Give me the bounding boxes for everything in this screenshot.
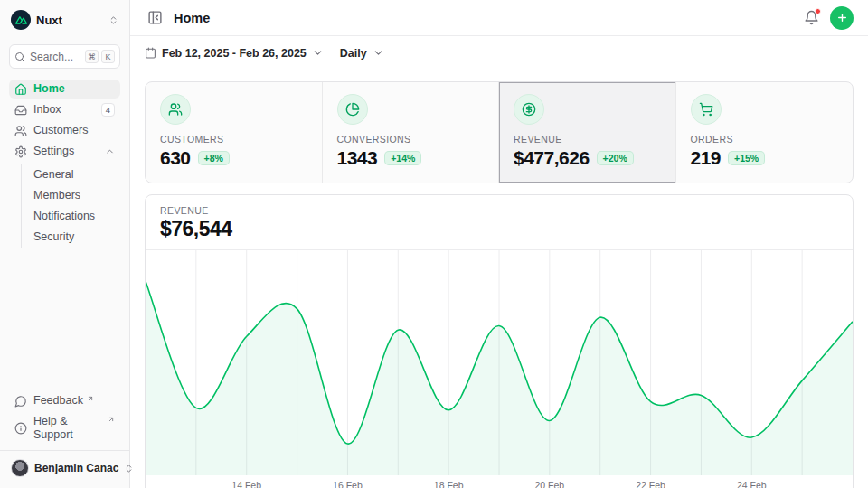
notification-dot bbox=[815, 8, 821, 14]
filter-toolbar: Feb 12, 2025 - Feb 26, 2025 Daily bbox=[130, 36, 868, 70]
stat-label: CONVERSIONS bbox=[337, 134, 485, 145]
date-range-label: Feb 12, 2025 - Feb 26, 2025 bbox=[162, 47, 307, 60]
stat-label: CUSTOMERS bbox=[160, 134, 307, 145]
workspace-name: Nuxt bbox=[36, 14, 62, 27]
stat-delta-badge: +20% bbox=[597, 151, 634, 166]
x-tick-label: 20 Feb bbox=[534, 480, 564, 488]
kbd-k: K bbox=[101, 50, 115, 63]
sidebar-footer: Feedback Help & Support bbox=[9, 391, 120, 450]
kbd-cmd: ⌘ bbox=[85, 50, 99, 63]
stat-card-orders[interactable]: ORDERS 219 +15% bbox=[676, 82, 854, 183]
users-icon bbox=[14, 125, 27, 137]
user-name: Benjamin Canac bbox=[34, 462, 118, 474]
sidebar-item-label: Home bbox=[33, 82, 65, 96]
stats-row: CUSTOMERS 630 +8% CONVERSIONS 1343 +14% bbox=[145, 81, 854, 183]
search-shortcut: ⌘ K bbox=[85, 50, 115, 63]
chart-canvas[interactable] bbox=[146, 250, 853, 475]
sidebar-item-members[interactable]: Members bbox=[32, 185, 120, 206]
x-tick-label: 22 Feb bbox=[636, 480, 665, 488]
dollar-circle-icon bbox=[514, 94, 544, 125]
users-icon bbox=[160, 94, 191, 125]
chevron-up-icon bbox=[105, 146, 115, 156]
sidebar-item-settings[interactable]: Settings bbox=[9, 142, 120, 161]
sidebar-item-security[interactable]: Security bbox=[32, 227, 120, 248]
sidebar-item-home[interactable]: Home bbox=[9, 80, 120, 99]
stat-label: ORDERS bbox=[691, 134, 839, 145]
sidebar: Nuxt Search... ⌘ K Home bbox=[0, 0, 130, 488]
search-icon bbox=[14, 52, 25, 62]
x-tick-label: 18 Feb bbox=[434, 480, 464, 488]
inbox-count-badge: 4 bbox=[101, 103, 115, 117]
revenue-area-chart[interactable] bbox=[146, 250, 853, 475]
add-button[interactable] bbox=[830, 6, 854, 30]
chart-header: REVENUE $76,544 bbox=[146, 195, 853, 250]
chevron-down-icon bbox=[312, 47, 324, 59]
main-area: Home Feb 12, 2025 - Feb 26, 2025 bbox=[130, 0, 868, 488]
stat-value: 219 bbox=[691, 147, 722, 169]
sidebar-item-notifications[interactable]: Notifications bbox=[32, 206, 120, 227]
stat-value: 1343 bbox=[337, 147, 378, 169]
gear-icon bbox=[14, 145, 27, 158]
period-select[interactable]: Daily bbox=[340, 47, 384, 60]
x-tick-label: 16 Feb bbox=[333, 480, 363, 488]
header: Home bbox=[130, 0, 868, 36]
collapse-sidebar-button[interactable] bbox=[145, 7, 165, 28]
period-label: Daily bbox=[340, 47, 367, 60]
feedback-link[interactable]: Feedback bbox=[9, 391, 120, 410]
chevrons-up-down-icon bbox=[108, 15, 118, 25]
cart-icon bbox=[691, 94, 722, 125]
help-support-link[interactable]: Help & Support bbox=[9, 412, 120, 445]
avatar bbox=[11, 459, 29, 477]
revenue-chart-card: REVENUE $76,544 14 Feb16 Feb18 Feb20 Feb… bbox=[145, 194, 854, 488]
x-tick-label: 14 Feb bbox=[231, 480, 261, 488]
stat-card-revenue[interactable]: REVENUE $477,626 +20% bbox=[499, 82, 676, 183]
chart-metric-label: REVENUE bbox=[160, 205, 838, 216]
sidebar-nav: Home Inbox 4 Customers Settings bbox=[9, 80, 120, 248]
nuxt-logo-icon bbox=[11, 10, 31, 30]
x-tick-label: 24 Feb bbox=[737, 480, 767, 488]
app-root: Nuxt Search... ⌘ K Home bbox=[0, 0, 868, 488]
inbox-icon bbox=[14, 104, 27, 117]
stat-card-conversions[interactable]: CONVERSIONS 1343 +14% bbox=[323, 82, 500, 183]
chart-x-axis: 14 Feb16 Feb18 Feb20 Feb22 Feb24 Feb bbox=[146, 475, 853, 488]
panel-left-close-icon bbox=[147, 10, 163, 25]
notifications-button[interactable] bbox=[801, 7, 822, 28]
sidebar-item-label: Customers bbox=[33, 124, 88, 137]
home-icon bbox=[14, 83, 27, 96]
stat-value: 630 bbox=[160, 147, 191, 169]
search-input[interactable]: Search... ⌘ K bbox=[9, 44, 120, 69]
message-circle-icon bbox=[14, 395, 27, 408]
date-range-picker[interactable]: Feb 12, 2025 - Feb 26, 2025 bbox=[145, 47, 324, 60]
stat-delta-badge: +15% bbox=[728, 151, 765, 166]
sidebar-item-label: Inbox bbox=[33, 103, 61, 117]
info-circle-icon bbox=[14, 422, 27, 435]
search-placeholder: Search... bbox=[30, 51, 73, 63]
settings-subnav: General Members Notifications Security bbox=[21, 164, 120, 248]
stat-value: $477,626 bbox=[514, 147, 590, 169]
sidebar-item-label: Settings bbox=[33, 145, 74, 158]
sidebar-item-general[interactable]: General bbox=[32, 164, 120, 185]
dashboard-content: CUSTOMERS 630 +8% CONVERSIONS 1343 +14% bbox=[130, 70, 868, 488]
sidebar-item-inbox[interactable]: Inbox 4 bbox=[9, 100, 120, 119]
plus-icon bbox=[836, 12, 848, 23]
stat-label: REVENUE bbox=[514, 134, 661, 145]
workspace-selector[interactable]: Nuxt bbox=[9, 9, 120, 31]
chart-pie-icon bbox=[337, 94, 368, 125]
stat-delta-badge: +8% bbox=[198, 151, 230, 166]
sidebar-item-customers[interactable]: Customers bbox=[9, 121, 120, 140]
stat-card-customers[interactable]: CUSTOMERS 630 +8% bbox=[146, 82, 323, 183]
stat-delta-badge: +14% bbox=[384, 151, 421, 166]
user-menu[interactable]: Benjamin Canac bbox=[0, 450, 129, 488]
calendar-icon bbox=[145, 47, 156, 59]
chart-metric-value: $76,544 bbox=[160, 217, 838, 241]
external-link-icon bbox=[87, 392, 94, 406]
chevron-down-icon bbox=[373, 47, 384, 59]
external-link-icon bbox=[108, 413, 115, 427]
page-title: Home bbox=[174, 11, 210, 25]
